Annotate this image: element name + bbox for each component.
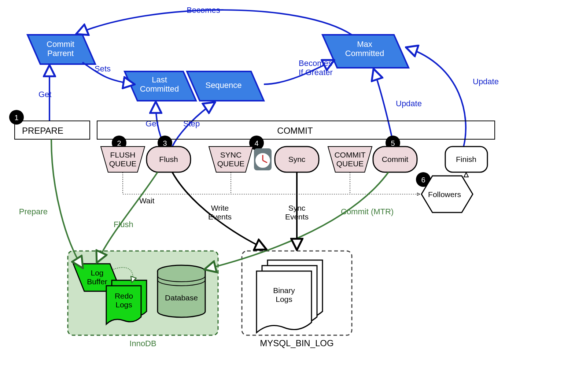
svg-text:2: 2 [117, 139, 121, 147]
edge-update-far-label: Update [473, 77, 499, 86]
svg-text:BinaryLogs: BinaryLogs [273, 286, 295, 303]
edge-sync-events-label: SyncEvents [285, 204, 309, 221]
commit-bar-label: COMMIT [277, 126, 313, 136]
binlog-label: MYSQL_BIN_LOG [260, 338, 333, 348]
sync-queue-label: SYNCQUEUE [217, 151, 245, 168]
svg-text:4: 4 [254, 139, 258, 147]
edge-get-left-label: Get [38, 90, 51, 99]
edge-write-events-label: WriteEvents [208, 204, 232, 221]
diagram-canvas: CommitParrent LastCommitted Sequence Max… [0, 0, 564, 392]
edge-update-far [407, 48, 466, 147]
sync-label: Sync [288, 155, 306, 163]
edge-update [374, 70, 394, 147]
commit-parent-label: CommitParrent [47, 40, 74, 58]
binary-logs: BinaryLogs [257, 260, 322, 333]
wait-label: Wait [139, 196, 154, 205]
clock-icon [254, 148, 272, 170]
node-max-committed: MaxCommitted [322, 35, 409, 68]
edge-get-mid-label: Get [145, 119, 158, 128]
edge-becomes-label: Becomes [187, 5, 220, 15]
flush-label: Flush [159, 155, 178, 163]
database-cylinder: Database [158, 265, 205, 317]
node-sequence: Sequence [187, 71, 264, 101]
edge-flush-label: Flush [114, 220, 133, 229]
flush-queue-label: FLUSHQUEUE [109, 151, 137, 168]
innodb-label: InnoDB [129, 339, 156, 348]
step-badge-1: 1 [9, 110, 24, 125]
edge-sets-label: Sets [95, 64, 111, 73]
binary-logs-label: BinaryLogs [273, 286, 295, 303]
svg-text:BecomesIf Greater: BecomesIf Greater [299, 59, 333, 77]
node-commit-parent: CommitParrent [27, 35, 95, 64]
commit-round-label: Commit [382, 155, 408, 163]
commit-queue-label: COMMITQUEUE [334, 151, 365, 168]
node-last-committed: LastCommitted [125, 71, 196, 101]
prepare-label: PREPARE [22, 126, 63, 136]
edge-flush [97, 172, 158, 262]
edge-prepare-label: Prepare [19, 207, 48, 216]
svg-text:CommitParrent: CommitParrent [47, 40, 74, 58]
database-label: Database [165, 293, 198, 302]
svg-text:FLUSHQUEUE: FLUSHQUEUE [109, 151, 137, 168]
svg-text:SYNCQUEUE: SYNCQUEUE [217, 151, 245, 168]
edge-step-label: Step [183, 119, 200, 128]
svg-text:6: 6 [421, 176, 425, 184]
edge-big-label: BecomesIf Greater [299, 59, 333, 77]
svg-text:WriteEvents: WriteEvents [208, 204, 232, 221]
svg-text:1: 1 [14, 114, 18, 122]
edge-prepare [51, 139, 82, 267]
redo-logs: RedoLogs [106, 280, 147, 324]
svg-text:COMMITQUEUE: COMMITQUEUE [334, 151, 365, 168]
followers-label: Followers [428, 190, 461, 199]
svg-text:RedoLogs: RedoLogs [115, 292, 133, 309]
wait-1 [123, 172, 420, 194]
sequence-label: Sequence [205, 81, 242, 90]
svg-text:SyncEvents: SyncEvents [285, 204, 309, 221]
finish-label: Finish [456, 155, 476, 163]
redo-logs-label: RedoLogs [115, 292, 133, 309]
edge-commit-mtr-label: Commit (MTR) [341, 207, 394, 216]
edge-update-label: Update [396, 99, 422, 108]
